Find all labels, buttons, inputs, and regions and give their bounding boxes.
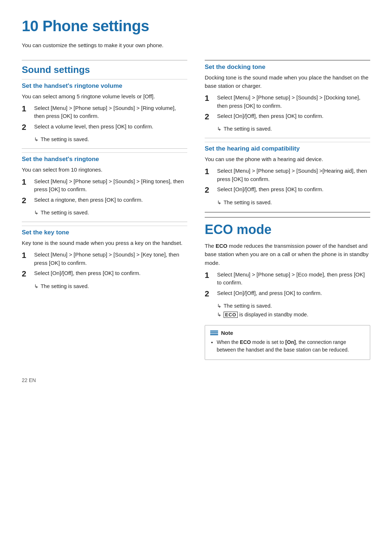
step-text: Select a volume level, then press [OK] t… xyxy=(34,123,187,131)
arrow-note: ↳ The setting is saved. xyxy=(217,302,370,310)
step-text: Select [On]/[Off], then press [OK] to co… xyxy=(217,185,370,194)
note-box: Note When the ECO mode is set to [On], t… xyxy=(205,325,370,360)
arrow-icon: ↳ xyxy=(217,303,221,310)
section-key-tone: Set the key tone Key tone is the sound m… xyxy=(22,226,187,290)
note-label: Note xyxy=(221,330,233,336)
section-divider xyxy=(22,148,187,149)
ringtone-steps: 1 Select [Menu] > [Phone setup] > [Sound… xyxy=(22,177,187,205)
right-column: Set the docking tone Docking tone is the… xyxy=(205,60,370,363)
step-text: Select [On]/[Off], then press [OK] to co… xyxy=(34,269,187,278)
left-column: Sound settings Set the handset's rington… xyxy=(22,60,187,293)
arrow-note-text: The setting is saved. xyxy=(224,199,370,206)
step-number: 1 xyxy=(205,94,215,103)
section-hearing-aid: Set the hearing aid compatibility You ca… xyxy=(205,142,370,206)
step-item: 2 Select [On]/[Off], then press [OK] to … xyxy=(205,112,370,122)
arrow-note-text-eco: ECO is displayed in standby mode. xyxy=(224,311,370,318)
ringtone-volume-steps: 1 Select [Menu] > [Phone setup] > [Sound… xyxy=(22,104,187,132)
arrow-note-text: The setting is saved. xyxy=(41,209,187,216)
step-number: 1 xyxy=(22,177,32,187)
ringtone-body: You can select from 10 ringtones. xyxy=(22,165,187,174)
eco-display-icon: ECO xyxy=(224,312,238,318)
eco-mode-body: The ECO mode reduces the transmission po… xyxy=(205,242,370,267)
step-text: Select [Menu] > [Phone setup] > [Sounds]… xyxy=(34,177,187,194)
docking-tone-body: Docking tone is the sound made when you … xyxy=(205,73,370,90)
hearing-aid-title: Set the hearing aid compatibility xyxy=(205,142,370,152)
step-number: 2 xyxy=(205,185,215,195)
step-number: 1 xyxy=(22,251,32,260)
section-ringtone: Set the handset's ringtone You can selec… xyxy=(22,152,187,217)
sound-settings-title: Sound settings xyxy=(22,60,187,75)
step-text: Select [Menu] > [Phone setup] > [Eco mod… xyxy=(217,271,370,287)
arrow-note-text: The setting is saved. xyxy=(41,136,187,143)
arrow-note-eco-icon: ↳ ECO is displayed in standby mode. xyxy=(217,311,370,319)
page-title: 10 Phone settings xyxy=(22,17,370,35)
section-divider xyxy=(22,222,187,222)
ringtone-volume-body: You can select among 5 ringtone volume l… xyxy=(22,92,187,100)
step-number: 1 xyxy=(22,104,32,114)
arrow-note-text: The setting is saved. xyxy=(224,302,370,309)
section-docking-tone: Set the docking tone Docking tone is the… xyxy=(205,60,370,133)
note-header: Note xyxy=(210,330,365,336)
step-item: 2 Select a volume level, then press [OK]… xyxy=(22,123,187,132)
arrow-note: ↳ The setting is saved. xyxy=(34,209,187,217)
arrow-note-text: The setting is saved. xyxy=(224,125,370,132)
eco-divider xyxy=(205,212,370,213)
step-number: 1 xyxy=(205,271,215,280)
key-tone-steps: 1 Select [Menu] > [Phone setup] > [Sound… xyxy=(22,251,187,279)
arrow-icon: ↳ xyxy=(34,136,38,143)
step-item: 1 Select [Menu] > [Phone setup] > [Sound… xyxy=(22,177,187,194)
arrow-note: ↳ The setting is saved. xyxy=(34,283,187,290)
hearing-aid-body: You can use the phone with a hearing aid… xyxy=(205,155,370,163)
main-content: Sound settings Set the handset's rington… xyxy=(22,60,370,363)
page-footer: 22 EN xyxy=(22,377,370,383)
arrow-note: ↳ The setting is saved. xyxy=(217,125,370,133)
note-lines-icon xyxy=(210,331,218,335)
arrow-icon: ↳ xyxy=(217,311,221,319)
step-text: Select a ringtone, then press [OK] to co… xyxy=(34,196,187,204)
step-text: Select [Menu] > [Phone setup] > [Sounds]… xyxy=(217,94,370,110)
step-item: 1 Select [Menu] > [Phone setup] > [Eco m… xyxy=(205,271,370,287)
step-item: 1 Select [Menu] > [Phone setup] > [Sound… xyxy=(205,94,370,110)
step-text: Select [Menu] > [Phone setup] > [Sounds]… xyxy=(34,104,187,120)
arrow-icon: ↳ xyxy=(34,283,38,290)
ringtone-title: Set the handset's ringtone xyxy=(22,152,187,163)
arrow-icon: ↳ xyxy=(217,126,221,133)
arrow-icon: ↳ xyxy=(217,199,221,206)
step-item: 2 Select [On]/[Off], and press [OK] to c… xyxy=(205,289,370,299)
arrow-note-text: The setting is saved. xyxy=(41,283,187,290)
section-divider xyxy=(205,138,370,138)
step-item: 1 Select [Menu] > [Phone setup] > [Sound… xyxy=(22,251,187,267)
eco-mode-steps: 1 Select [Menu] > [Phone setup] > [Eco m… xyxy=(205,271,370,299)
step-number: 2 xyxy=(205,112,215,122)
key-tone-title: Set the key tone xyxy=(22,226,187,236)
key-tone-body: Key tone is the sound made when you pres… xyxy=(22,239,187,247)
hearing-aid-steps: 1 Select [Menu] > [Phone setup] > [Sound… xyxy=(205,167,370,195)
eco-mode-title: ECO mode xyxy=(205,217,370,237)
arrow-note: ↳ The setting is saved. xyxy=(217,199,370,206)
step-item: 2 Select [On]/[Off], then press [OK] to … xyxy=(22,269,187,279)
docking-tone-steps: 1 Select [Menu] > [Phone setup] > [Sound… xyxy=(205,94,370,122)
step-text: Select [Menu] > [Phone setup] > [Sounds]… xyxy=(34,251,187,267)
ringtone-volume-title: Set the handset's ringtone volume xyxy=(22,79,187,90)
step-number: 2 xyxy=(22,123,32,132)
section-ringtone-volume: Set the handset's ringtone volume You ca… xyxy=(22,79,187,143)
step-text: Select [On]/[Off], then press [OK] to co… xyxy=(217,112,370,120)
page-intro: You can customize the settings to make i… xyxy=(22,41,370,50)
step-text: Select [Menu] > [Phone setup] > [Sounds]… xyxy=(217,167,370,183)
step-item: 1 Select [Menu] > [Phone setup] > [Sound… xyxy=(22,104,187,120)
arrow-icon: ↳ xyxy=(34,209,38,217)
step-number: 1 xyxy=(205,167,215,176)
step-number: 2 xyxy=(22,269,32,279)
docking-tone-title: Set the docking tone xyxy=(205,60,370,71)
arrow-note: ↳ The setting is saved. xyxy=(34,136,187,143)
step-item: 2 Select a ringtone, then press [OK] to … xyxy=(22,196,187,205)
note-text: When the ECO mode is set to [On], the co… xyxy=(210,338,365,354)
step-text: Select [On]/[Off], and press [OK] to con… xyxy=(217,289,370,297)
step-item: 1 Select [Menu] > [Phone setup] > [Sound… xyxy=(205,167,370,183)
section-eco-mode: ECO mode The ECO mode reduces the transm… xyxy=(205,217,370,360)
step-number: 2 xyxy=(22,196,32,205)
step-number: 2 xyxy=(205,289,215,299)
step-item: 2 Select [On]/[Off], then press [OK] to … xyxy=(205,185,370,195)
note-list-item: When the ECO mode is set to [On], the co… xyxy=(217,338,365,354)
